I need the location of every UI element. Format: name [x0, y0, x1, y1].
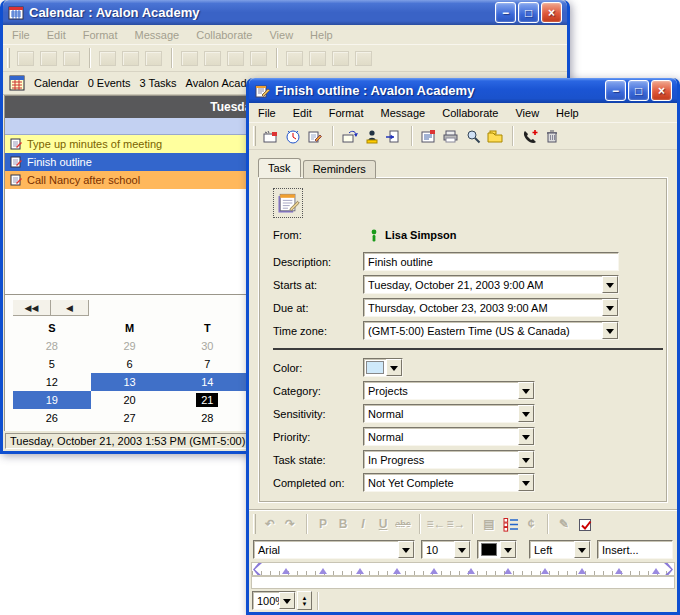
tab-stop-marker[interactable] — [282, 564, 290, 574]
taskstate-field[interactable]: In Progress — [363, 450, 535, 469]
print-icon[interactable] — [440, 126, 462, 146]
zoom-spinner[interactable]: ▲▼ — [297, 591, 312, 610]
calendar-day-cell[interactable]: 7 — [168, 355, 246, 373]
font-name-combobox[interactable]: Arial — [253, 540, 415, 559]
calendar-day-cell[interactable]: 28 — [13, 337, 91, 355]
sensitivity-field[interactable]: Normal — [363, 404, 535, 423]
chevron-down-icon[interactable] — [602, 276, 618, 293]
calendar-day-cell[interactable]: 28 — [168, 409, 246, 427]
menu-item-view[interactable]: View — [269, 29, 293, 41]
dueat-field[interactable]: Thursday, October 23, 2003 9:00 AM — [363, 298, 619, 317]
calendar-day-cell[interactable]: 21 — [168, 391, 246, 409]
chevron-down-icon[interactable] — [602, 299, 618, 316]
resend-icon[interactable] — [383, 126, 405, 146]
priority-field[interactable]: Normal — [363, 427, 535, 446]
tab-stop-marker[interactable] — [393, 564, 401, 574]
calendar-day-cell[interactable]: 5 — [13, 355, 91, 373]
toolbar-grip[interactable] — [7, 48, 10, 68]
tab-stop-marker[interactable] — [467, 564, 475, 574]
maximize-button[interactable]: □ — [518, 2, 539, 23]
calendar-day-cell[interactable]: 13 — [91, 373, 169, 391]
calendar-day-cell[interactable]: 12 — [13, 373, 91, 391]
chevron-down-icon[interactable] — [518, 382, 534, 399]
startsat-field[interactable]: Tuesday, October 21, 2003 9:00 AM — [363, 275, 619, 294]
tab-stop-marker[interactable] — [652, 564, 660, 574]
spellcheck-icon[interactable] — [574, 514, 596, 534]
tab-task[interactable]: Task — [258, 158, 301, 177]
chevron-down-icon[interactable] — [602, 322, 618, 339]
tab-stop-marker[interactable] — [578, 564, 586, 574]
tab-stop-marker[interactable] — [319, 564, 327, 574]
tab-stop-marker[interactable] — [430, 564, 438, 574]
calendar-day-cell[interactable]: 26 — [13, 409, 91, 427]
menu-item-format[interactable]: Format — [329, 107, 364, 119]
find-icon[interactable] — [462, 126, 484, 146]
menu-item-edit[interactable]: Edit — [47, 29, 66, 41]
forward-icon[interactable] — [339, 126, 361, 146]
message-body-editor[interactable] — [251, 576, 675, 589]
zoom-combobox[interactable]: 100% — [252, 591, 296, 610]
tab-stop-marker[interactable] — [356, 564, 364, 574]
file-in-folder-icon[interactable] — [484, 126, 506, 146]
font-size-combobox[interactable]: 10 — [421, 540, 471, 559]
menu-item-view[interactable]: View — [515, 107, 539, 119]
tab-stop-marker[interactable] — [504, 564, 512, 574]
menu-item-help[interactable]: Help — [310, 29, 333, 41]
menu-item-collaborate[interactable]: Collaborate — [442, 107, 498, 119]
minimize-button[interactable]: − — [495, 2, 516, 23]
alignment-combobox[interactable]: Left — [529, 540, 591, 559]
toolbar-grip[interactable] — [253, 126, 256, 146]
calendar-day-cell[interactable]: 6 — [91, 355, 169, 373]
checklist-icon[interactable] — [499, 514, 521, 534]
alarm-clock-icon[interactable] — [282, 126, 304, 146]
calendar-day-cell[interactable]: 14 — [168, 373, 246, 391]
category-field[interactable]: Projects — [363, 381, 535, 400]
color-combobox[interactable] — [363, 358, 403, 377]
ruler[interactable] — [251, 562, 675, 576]
prev-year-button[interactable]: ◀◀ — [13, 300, 51, 316]
chevron-down-icon[interactable] — [518, 428, 534, 445]
menu-item-collaborate[interactable]: Collaborate — [196, 29, 252, 41]
delete-icon[interactable] — [541, 126, 563, 146]
call-icon[interactable] — [519, 126, 541, 146]
insert-combobox[interactable]: Insert... — [597, 540, 673, 559]
properties-icon[interactable] — [418, 126, 440, 146]
new-message-icon[interactable] — [260, 126, 282, 146]
chevron-down-icon[interactable] — [518, 474, 534, 491]
close-button[interactable]: × — [541, 2, 562, 23]
calendar-day-cell[interactable]: 19 — [13, 391, 91, 409]
presence-icon[interactable] — [361, 126, 383, 146]
toolbar-grip[interactable] — [253, 514, 256, 534]
menu-item-message[interactable]: Message — [381, 107, 426, 119]
calendar-day-cell[interactable]: 20 — [91, 391, 169, 409]
chevron-down-icon[interactable] — [574, 541, 590, 558]
tab-reminders[interactable]: Reminders — [303, 160, 376, 178]
chevron-down-icon[interactable] — [500, 541, 516, 558]
calendar-day-cell[interactable]: 29 — [91, 337, 169, 355]
minimize-button[interactable]: − — [605, 80, 626, 101]
chevron-down-icon[interactable] — [279, 592, 295, 609]
view-label[interactable]: Calendar — [34, 77, 79, 89]
new-task-icon[interactable] — [304, 126, 326, 146]
chevron-down-icon[interactable] — [454, 541, 470, 558]
chevron-down-icon[interactable] — [386, 359, 402, 376]
menu-item-message[interactable]: Message — [135, 29, 180, 41]
menu-item-file[interactable]: File — [258, 107, 276, 119]
chevron-down-icon[interactable] — [518, 405, 534, 422]
calendar-day-cell[interactable]: 27 — [91, 409, 169, 427]
timezone-field[interactable]: (GMT-5:00) Eastern Time (US & Canada) — [363, 321, 619, 340]
task-titlebar[interactable]: Finish outline : Avalon Academy − □ × — [249, 78, 677, 103]
menu-item-edit[interactable]: Edit — [293, 107, 312, 119]
completedon-field[interactable]: Not Yet Complete — [363, 473, 535, 492]
font-color-combobox[interactable] — [477, 540, 517, 559]
tab-stop-marker[interactable] — [615, 564, 623, 574]
close-button[interactable]: × — [651, 80, 672, 101]
chevron-down-icon[interactable] — [518, 451, 534, 468]
menu-item-file[interactable]: File — [12, 29, 30, 41]
maximize-button[interactable]: □ — [628, 80, 649, 101]
tab-stop-marker[interactable] — [541, 564, 549, 574]
chevron-down-icon[interactable] — [398, 541, 414, 558]
calendar-day-cell[interactable]: 30 — [168, 337, 246, 355]
menu-item-help[interactable]: Help — [556, 107, 579, 119]
description-field[interactable]: Finish outline — [363, 252, 619, 271]
